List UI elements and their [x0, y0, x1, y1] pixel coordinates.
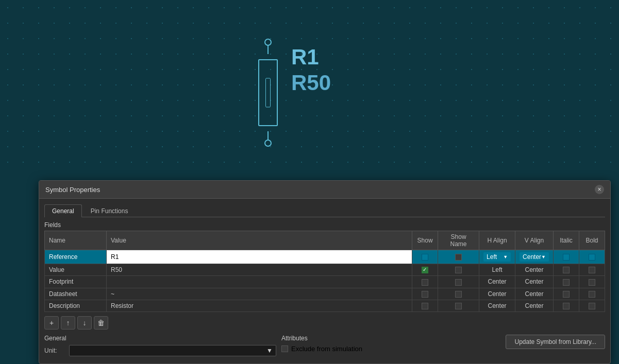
- col-show-name: Show Name: [438, 231, 479, 250]
- show-name-cell[interactable]: [438, 276, 479, 288]
- field-name-cell: Datasheet: [45, 288, 107, 300]
- field-value-cell[interactable]: [107, 276, 412, 288]
- checkbox-empty-icon[interactable]: [422, 291, 428, 298]
- col-v-align: V Align: [515, 231, 554, 250]
- checkbox-empty-icon[interactable]: [563, 267, 570, 273]
- fields-section-label: Fields: [44, 221, 605, 229]
- field-value-input[interactable]: [111, 253, 408, 261]
- general-section-title: General: [44, 335, 276, 342]
- h-align-cell[interactable]: Center: [479, 300, 515, 311]
- show-name-cell[interactable]: [438, 264, 479, 276]
- field-name-cell: Value: [45, 264, 107, 276]
- h-align-cell[interactable]: Left▼: [479, 250, 515, 264]
- italic-cell[interactable]: [554, 276, 579, 288]
- checkbox-empty-icon[interactable]: [589, 291, 595, 298]
- attributes-section: Attributes Exclude from simulation: [281, 335, 440, 353]
- field-value-cell[interactable]: R50: [107, 264, 412, 276]
- checkbox-empty-icon[interactable]: [589, 279, 595, 286]
- checkbox-checked-icon[interactable]: [422, 267, 428, 273]
- field-value-cell[interactable]: [107, 250, 412, 264]
- show-cell[interactable]: [412, 250, 438, 264]
- show-cell[interactable]: [412, 276, 438, 288]
- tab-general[interactable]: General: [44, 204, 82, 217]
- col-h-align: H Align: [479, 231, 515, 250]
- reference-label: R1: [291, 46, 331, 68]
- update-symbol-button[interactable]: Update Symbol from Library...: [506, 335, 605, 349]
- resistor-lead-bottom: [267, 131, 269, 144]
- dialog-close-button[interactable]: ×: [595, 185, 604, 194]
- show-cell[interactable]: [412, 300, 438, 311]
- checkbox-empty-icon[interactable]: [455, 291, 462, 298]
- table-row[interactable]: ReferenceLeft▼Center▼: [45, 250, 605, 264]
- h-align-cell[interactable]: Center: [479, 288, 515, 300]
- checkbox-empty-icon[interactable]: [455, 267, 462, 273]
- symbol-properties-dialog: Symbol Properties × General Pin Function…: [39, 180, 611, 364]
- table-header-row: Name Value Show Show Name H Align V Alig…: [45, 231, 605, 250]
- checkbox-empty-icon[interactable]: [563, 279, 570, 286]
- fields-table: Name Value Show Show Name H Align V Alig…: [44, 231, 605, 312]
- v-align-cell[interactable]: Center: [515, 264, 554, 276]
- dialog-title: Symbol Properties: [45, 186, 100, 194]
- delete-field-button[interactable]: 🗑: [94, 316, 108, 330]
- field-name-cell: Reference: [45, 250, 107, 264]
- italic-cell[interactable]: [554, 300, 579, 311]
- general-section: General Unit: ▼: [44, 335, 276, 358]
- checkbox-empty-icon[interactable]: [563, 303, 570, 309]
- exclude-simulation-checkbox[interactable]: [281, 345, 288, 352]
- field-value-cell[interactable]: ~: [107, 288, 412, 300]
- delete-icon: 🗑: [97, 319, 105, 327]
- checkbox-empty-icon[interactable]: [422, 303, 428, 309]
- move-down-button[interactable]: ↓: [77, 316, 92, 330]
- table-row[interactable]: Datasheet~CenterCenter: [45, 288, 605, 300]
- update-button-section: Update Symbol from Library...: [445, 335, 605, 349]
- attributes-section-title: Attributes: [281, 335, 440, 342]
- unit-dropdown[interactable]: ▼: [69, 345, 276, 356]
- show-cell[interactable]: [412, 264, 438, 276]
- unit-field-row: Unit: ▼: [44, 345, 276, 356]
- dialog-titlebar: Symbol Properties ×: [39, 181, 610, 199]
- schematic-background: R1 R50: [0, 0, 619, 175]
- h-align-cell[interactable]: Left: [479, 264, 515, 276]
- resistor-body: [258, 59, 278, 126]
- unit-label: Unit:: [44, 347, 65, 354]
- bold-cell[interactable]: [579, 300, 605, 311]
- checkbox-empty-icon[interactable]: [589, 267, 595, 273]
- show-name-cell[interactable]: [438, 250, 479, 264]
- checkbox-empty-icon[interactable]: [589, 303, 595, 309]
- table-row[interactable]: DescriptionResistorCenterCenter: [45, 300, 605, 311]
- v-align-cell[interactable]: Center: [515, 300, 554, 311]
- bold-cell[interactable]: [579, 276, 605, 288]
- exclude-simulation-label: Exclude from simulation: [291, 345, 362, 353]
- exclude-simulation-row: Exclude from simulation: [281, 345, 440, 353]
- bold-cell[interactable]: [579, 288, 605, 300]
- bold-cell[interactable]: [579, 264, 605, 276]
- tab-pin-functions[interactable]: Pin Functions: [83, 204, 136, 217]
- bold-cell[interactable]: [579, 250, 605, 264]
- checkbox-empty-icon[interactable]: [422, 279, 428, 286]
- v-align-cell[interactable]: Center: [515, 288, 554, 300]
- show-cell[interactable]: [412, 288, 438, 300]
- dialog-tabs: General Pin Functions: [44, 204, 605, 217]
- table-row[interactable]: FootprintCenterCenter: [45, 276, 605, 288]
- v-align-cell[interactable]: Center: [515, 276, 554, 288]
- resistor-symbol-container: R1 R50: [253, 41, 283, 144]
- value-label: R50: [291, 72, 331, 94]
- bottom-section: General Unit: ▼ Attributes Exclude from …: [44, 335, 605, 358]
- col-italic: Italic: [554, 231, 579, 250]
- add-field-button[interactable]: +: [44, 316, 59, 330]
- fields-toolbar: + ↑ ↓ 🗑: [44, 316, 605, 330]
- show-name-cell[interactable]: [438, 288, 479, 300]
- italic-cell[interactable]: [554, 250, 579, 264]
- italic-cell[interactable]: [554, 264, 579, 276]
- checkbox-empty-icon[interactable]: [455, 303, 462, 309]
- v-align-cell[interactable]: Center▼: [515, 250, 554, 264]
- table-row[interactable]: ValueR50LeftCenter: [45, 264, 605, 276]
- dialog-content: General Pin Functions Fields Name Value …: [39, 199, 610, 363]
- h-align-cell[interactable]: Center: [479, 276, 515, 288]
- field-value-cell[interactable]: Resistor: [107, 300, 412, 311]
- move-up-button[interactable]: ↑: [61, 316, 75, 330]
- italic-cell[interactable]: [554, 288, 579, 300]
- show-name-cell[interactable]: [438, 300, 479, 311]
- checkbox-empty-icon[interactable]: [563, 291, 570, 298]
- checkbox-empty-icon[interactable]: [455, 279, 462, 286]
